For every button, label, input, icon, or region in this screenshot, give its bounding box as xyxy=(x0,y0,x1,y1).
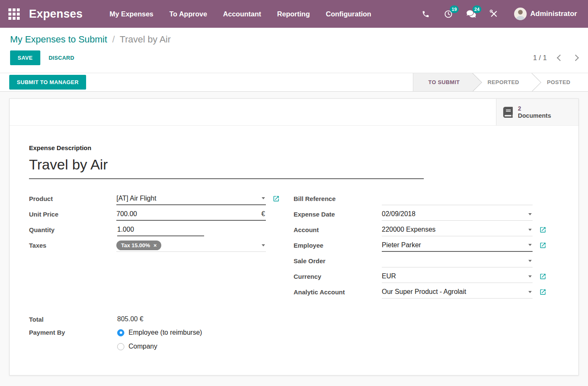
field-currency: Currency EUR xyxy=(294,269,546,284)
documents-button[interactable]: 2 Documents xyxy=(496,99,578,125)
unit-price-input[interactable]: 700.00 € xyxy=(116,208,266,221)
documents-count: 2 xyxy=(518,105,551,112)
pager-previous-icon[interactable] xyxy=(557,55,564,61)
cp-buttons-row: SAVE DISCARD 1 / 1 xyxy=(10,50,578,73)
save-button[interactable]: SAVE xyxy=(10,50,40,65)
sale-order-label: Sale Order xyxy=(294,257,382,264)
avatar xyxy=(514,8,527,20)
chevron-down-icon[interactable] xyxy=(528,260,532,262)
main-nav: My Expenses To Approve Accountant Report… xyxy=(110,10,371,18)
radio-option-company[interactable]: Company xyxy=(117,340,202,353)
form-sheet: 2 Documents Expense Description Travel b… xyxy=(9,98,579,375)
unit-price-label: Unit Price xyxy=(29,211,116,218)
radio-selected-icon[interactable] xyxy=(117,329,124,336)
sale-order-input[interactable] xyxy=(382,254,533,267)
expense-date-input[interactable]: 02/09/2018 xyxy=(382,208,533,221)
tax-tag: Tax 15.00% × xyxy=(116,241,161,250)
activities-badge[interactable]: 19 xyxy=(450,5,458,13)
currency-suffix: € xyxy=(261,210,265,218)
chevron-down-icon[interactable] xyxy=(528,229,532,231)
app-header: Expenses My Expenses To Approve Accounta… xyxy=(0,0,588,28)
payment-by-label: Payment By xyxy=(29,326,117,336)
nav-accountant[interactable]: Accountant xyxy=(223,10,261,18)
submit-to-manager-button[interactable]: SUBMIT TO MANAGER xyxy=(9,75,86,90)
chevron-down-icon[interactable] xyxy=(528,291,532,293)
main-content: 2 Documents Expense Description Travel b… xyxy=(0,92,588,375)
totals-group: Total 805.00 € Payment By Employee (to r… xyxy=(29,312,559,353)
account-input[interactable]: 220000 Expenses xyxy=(382,223,533,236)
field-account: Account 220000 Expenses xyxy=(294,222,546,238)
status-steps: TO SUBMIT REPORTED POSTED xyxy=(413,73,588,92)
analytic-account-input[interactable]: Our Super Product - Agrolait xyxy=(382,286,533,299)
field-expense-date: Expense Date 02/09/2018 xyxy=(294,206,546,222)
taxes-input[interactable]: Tax 15.00% × xyxy=(116,239,266,252)
total-value: 805.00 € xyxy=(117,315,143,323)
analytic-account-label: Analytic Account xyxy=(294,288,382,296)
account-label: Account xyxy=(294,226,382,233)
tax-tag-remove-icon[interactable]: × xyxy=(153,242,157,249)
phone-icon[interactable] xyxy=(421,9,431,19)
nav-my-expenses[interactable]: My Expenses xyxy=(110,10,154,18)
book-icon xyxy=(503,107,513,118)
expense-date-label: Expense Date xyxy=(294,211,382,218)
currency-label: Currency xyxy=(294,273,382,280)
currency-input[interactable]: EUR xyxy=(382,270,533,283)
tools-icon[interactable] xyxy=(489,9,499,19)
field-unit-price: Unit Price 700.00 € xyxy=(29,206,280,222)
nav-reporting[interactable]: Reporting xyxy=(277,10,310,18)
analytic-account-external-link-icon[interactable] xyxy=(539,288,546,296)
app-title[interactable]: Expenses xyxy=(29,8,83,21)
form-body: Expense Description Travel by Air Produc… xyxy=(10,126,578,353)
user-menu[interactable]: Administrator xyxy=(514,8,577,20)
field-payment-by: Payment By Employee (to reimburse) Compa… xyxy=(29,326,559,353)
chevron-down-icon[interactable] xyxy=(528,213,532,215)
account-external-link-icon[interactable] xyxy=(539,226,546,233)
field-bill-reference: Bill Reference xyxy=(294,191,546,206)
pager: 1 / 1 xyxy=(533,54,578,62)
apps-menu-icon[interactable] xyxy=(8,8,20,20)
form-left-column: Product [AT] Air Flight Unit Price 700.0… xyxy=(29,191,280,300)
field-total: Total 805.00 € xyxy=(29,312,559,326)
breadcrumb-separator: / xyxy=(112,34,115,45)
pager-value: 1 / 1 xyxy=(533,54,547,62)
quantity-label: Quantity xyxy=(29,226,117,233)
breadcrumb-current: Travel by Air xyxy=(120,34,171,45)
nav-configuration[interactable]: Configuration xyxy=(326,10,371,18)
bill-reference-input[interactable] xyxy=(382,192,533,205)
employee-input[interactable]: Pieter Parker xyxy=(382,239,533,252)
documents-label: Documents xyxy=(518,112,551,119)
control-panel: My Expenses to Submit / Travel by Air SA… xyxy=(0,28,588,73)
expense-description-label: Expense Description xyxy=(29,144,559,151)
taxes-label: Taxes xyxy=(29,242,116,249)
radio-unselected-icon[interactable] xyxy=(117,343,124,350)
messages-badge[interactable]: 24 xyxy=(472,5,481,13)
product-external-link-icon[interactable] xyxy=(273,195,280,202)
breadcrumb-parent[interactable]: My Expenses to Submit xyxy=(10,34,107,45)
activities-icon[interactable]: 19 xyxy=(444,9,454,19)
nav-to-approve[interactable]: To Approve xyxy=(169,10,207,18)
total-label: Total xyxy=(29,316,117,323)
discard-button[interactable]: DISCARD xyxy=(49,55,74,61)
breadcrumb: My Expenses to Submit / Travel by Air xyxy=(10,34,578,45)
pager-next-icon[interactable] xyxy=(572,55,579,61)
messages-icon[interactable]: 24 xyxy=(466,9,476,19)
quantity-input[interactable]: 1.000 xyxy=(117,223,204,236)
employee-label: Employee xyxy=(294,242,382,249)
button-box: 2 Documents xyxy=(10,99,578,126)
currency-external-link-icon[interactable] xyxy=(539,273,546,280)
chevron-down-icon[interactable] xyxy=(262,244,265,246)
chevron-down-icon[interactable] xyxy=(528,275,532,278)
field-quantity: Quantity 1.000 xyxy=(29,222,280,238)
payment-radio-group: Employee (to reimburse) Company xyxy=(117,326,202,353)
chevron-down-icon[interactable] xyxy=(528,244,532,246)
employee-external-link-icon[interactable] xyxy=(539,242,546,249)
status-step-to-submit[interactable]: TO SUBMIT xyxy=(413,73,472,92)
chevron-down-icon[interactable] xyxy=(262,197,265,199)
bill-reference-label: Bill Reference xyxy=(294,195,382,202)
radio-option-employee[interactable]: Employee (to reimburse) xyxy=(117,326,202,339)
systray: 19 24 Administrator xyxy=(421,8,577,20)
field-taxes: Taxes Tax 15.00% × xyxy=(29,238,280,253)
product-input[interactable]: [AT] Air Flight xyxy=(116,192,266,205)
expense-description-input[interactable]: Travel by Air xyxy=(29,155,424,179)
field-employee: Employee Pieter Parker xyxy=(294,238,546,253)
